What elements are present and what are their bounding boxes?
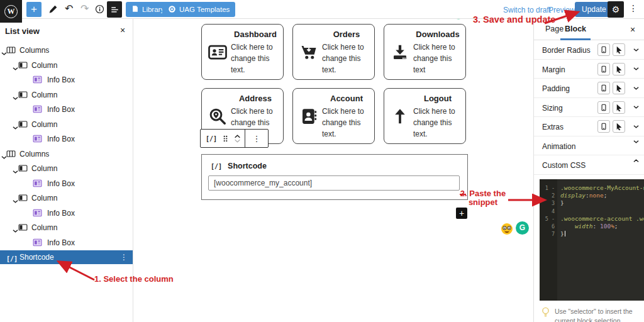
hover-selector-icon[interactable] (613, 43, 625, 56)
device-preview-icon[interactable] (597, 43, 610, 56)
add-block-button[interactable]: + (456, 208, 467, 219)
panel-label: Margin (542, 65, 565, 74)
tab-page[interactable]: Page (545, 25, 564, 33)
chevron-down-icon[interactable] (633, 105, 639, 109)
details-icon[interactable] (95, 4, 104, 14)
infobox-content: DashboardClick here to change this text. (231, 28, 280, 76)
download-icon (391, 28, 413, 76)
infobox-logout[interactable]: LogoutClick here to change this text. (384, 88, 466, 144)
redo-icon[interactable]: ↷ (80, 3, 89, 14)
settings-gear-button[interactable]: ⚙ (608, 1, 624, 18)
chevron-down-icon[interactable] (633, 48, 639, 52)
chevron-down-icon[interactable] (13, 165, 18, 177)
list-view-item-shortcode[interactable]: [/]Shortcode⋮ (0, 250, 133, 264)
infobox-title: Logout (413, 94, 462, 103)
annotation-step2-line1: 2. Paste the (458, 189, 508, 198)
chevron-down-icon[interactable] (13, 225, 18, 236)
device-preview-icon[interactable] (597, 101, 610, 114)
grammarly-icon[interactable]: G (516, 221, 529, 235)
panel-sizing[interactable]: Sizing (534, 98, 644, 118)
list-view-item-label: Info Box (47, 105, 75, 114)
infobox-icon (33, 75, 42, 87)
list-view-item-info-box[interactable]: Info Box (0, 177, 133, 191)
panel-custom-css[interactable]: Custom CSS (534, 155, 644, 175)
shortcode-icon: [/] (6, 252, 18, 264)
panel-margin[interactable]: Margin (534, 60, 644, 79)
columns-icon (6, 149, 16, 161)
infobox-text: Click here to change this text. (322, 42, 371, 75)
custom-css-code-editor[interactable]: 1 -.woocommerce-MyAccount-navig2display:… (540, 179, 644, 301)
block-inserter-button[interactable]: + (26, 2, 42, 17)
list-view-item-info-box[interactable]: Info Box (0, 103, 133, 116)
chevron-down-icon[interactable] (13, 121, 18, 133)
list-view-item-column[interactable]: Column (0, 88, 133, 102)
hover-selector-icon[interactable] (613, 120, 625, 133)
list-view-item-info-box[interactable]: Info Box (0, 132, 133, 146)
list-view-item-column[interactable]: Column (0, 58, 133, 72)
text-cursor (565, 231, 565, 236)
shortcode-block[interactable]: [/] Shortcode (201, 154, 468, 200)
list-view-item-column[interactable]: Column (0, 191, 133, 205)
drag-handle-icon[interactable] (221, 135, 230, 143)
chevron-down-icon[interactable] (13, 92, 18, 103)
edit-tool-icon[interactable] (48, 4, 58, 14)
infobox-orders[interactable]: OrdersClick here to change this text. (292, 24, 375, 80)
list-view-item-label: Column (31, 223, 57, 232)
hover-selector-icon[interactable] (613, 82, 625, 94)
chevron-down-icon[interactable] (13, 195, 18, 206)
list-view-item-column[interactable]: Column (0, 118, 133, 131)
options-icon[interactable]: ⋮ (120, 253, 128, 262)
more-options-icon[interactable]: ⋮ (629, 3, 638, 13)
chevron-down-icon[interactable] (633, 140, 639, 144)
panel-controls (597, 82, 639, 94)
block-options-icon[interactable]: ⋮ (245, 134, 268, 143)
list-view-item-info-box[interactable]: Info Box (0, 236, 133, 250)
list-view-item-info-box[interactable]: Info Box (0, 206, 133, 220)
list-view-item-label: Columns (19, 46, 49, 55)
panel-controls (597, 43, 639, 56)
line-number: 5 - (540, 215, 557, 223)
panel-label: Sizing (542, 104, 563, 113)
block-mover-buttons[interactable] (230, 135, 245, 143)
infobox-text: Click here to change this text. (231, 42, 280, 75)
hover-selector-icon[interactable] (613, 101, 625, 114)
tab-block[interactable]: Block (565, 25, 586, 33)
wordpress-logo-icon[interactable]: W (0, 0, 22, 23)
code-text: .woocommerce-account .woocom (557, 215, 644, 223)
list-view-toggle-button[interactable] (107, 1, 122, 18)
list-view-item-column[interactable]: Column (0, 221, 133, 235)
panel-padding[interactable]: Padding (534, 79, 644, 98)
list-view-item-column[interactable]: Column (0, 162, 133, 175)
switch-to-draft-link[interactable]: Switch to draft (503, 6, 551, 14)
close-icon[interactable]: × (626, 23, 639, 36)
panel-animation[interactable]: Animation (534, 136, 644, 156)
chevron-up-icon[interactable] (633, 158, 639, 163)
infobox-account[interactable]: AccountClick here to change this text. (292, 88, 375, 144)
hover-selector-icon[interactable] (613, 63, 625, 75)
column-icon (18, 223, 28, 235)
panel-border-radius[interactable]: Border Radius (534, 40, 644, 60)
undo-icon[interactable]: ↶ (65, 3, 73, 14)
infobox-downloads[interactable]: DownloadsClick here to change this text (384, 24, 466, 80)
preview-link[interactable]: Preview (548, 6, 575, 14)
device-preview-icon[interactable] (597, 82, 610, 94)
shortcode-input[interactable] (208, 175, 460, 191)
list-view-item-columns[interactable]: Columns (0, 43, 133, 57)
infobox-dashboard[interactable]: DashboardClick here to change this text. (201, 24, 284, 80)
infobox-content: LogoutClick here to change this text. (413, 92, 462, 140)
list-view-item-label: Columns (19, 150, 49, 158)
chevron-down-icon[interactable] (633, 86, 639, 91)
device-preview-icon[interactable] (597, 63, 610, 75)
column-icon (18, 119, 28, 131)
infobox-text: Click here to change this text. (322, 106, 371, 140)
device-preview-icon[interactable] (597, 120, 610, 133)
infobox-text: Click here to change this text. (413, 106, 462, 140)
shortcode-block-icon[interactable]: [/] (201, 135, 221, 142)
list-view-item-columns[interactable]: Columns (0, 147, 133, 161)
panel-extras[interactable]: Extras (534, 117, 644, 136)
chevron-down-icon[interactable] (633, 125, 639, 129)
chevron-down-icon[interactable] (633, 67, 639, 71)
chevron-down-icon[interactable] (13, 62, 18, 74)
uag-templates-button[interactable]: UAG Templates (162, 2, 235, 17)
list-view-item-info-box[interactable]: Info Box (0, 73, 133, 87)
